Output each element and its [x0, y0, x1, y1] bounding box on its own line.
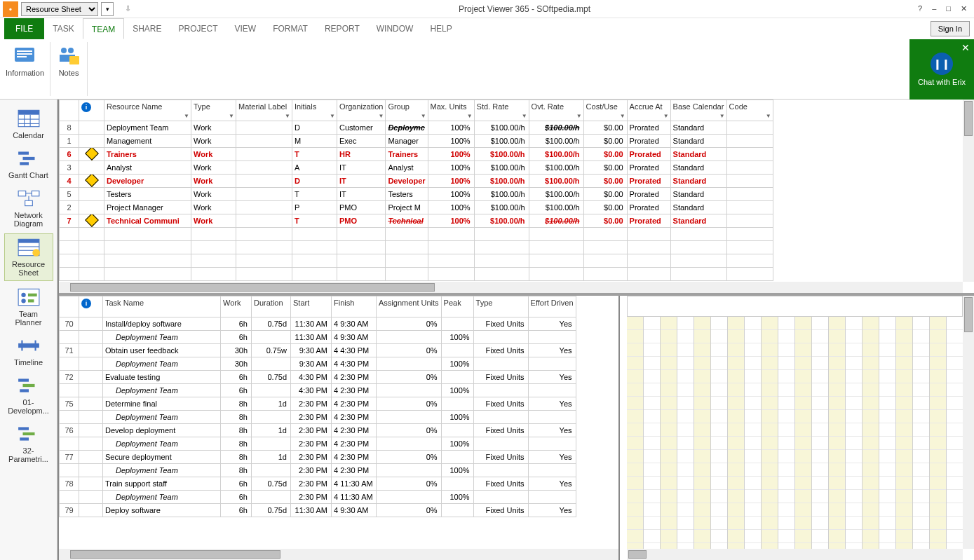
resource-icon	[16, 237, 41, 258]
col-header[interactable]: i	[79, 100, 104, 121]
task-row[interactable]: Deployment Team6h2:30 PM4 11:30 AM100%	[60, 491, 576, 504]
gantt-icon	[16, 148, 41, 169]
col-header[interactable]: Type▼	[191, 100, 236, 121]
customize-quickaccess[interactable]: ⇩	[125, 4, 131, 13]
ribbon-notes[interactable]: Notes	[50, 39, 87, 99]
col-header[interactable]: Work	[221, 296, 252, 317]
sidebar-item-param[interactable]: 32-Parametri...	[4, 421, 53, 466]
chat-close-icon[interactable]: ✕	[961, 42, 970, 53]
svg-rect-34	[34, 340, 36, 350]
col-header[interactable]: Duration	[252, 296, 291, 317]
resource-row[interactable]: 5TestersWorkTITTesters100%$100.00/h$100.…	[60, 188, 773, 201]
tab-view[interactable]: VIEW	[226, 18, 265, 39]
task-row[interactable]: 70Install/deploy software6h0.75d11:30 AM…	[60, 317, 576, 331]
col-header[interactable]: Start	[291, 296, 332, 317]
gantt-timescale[interactable]	[627, 296, 963, 317]
col-header[interactable]: Code▼	[726, 100, 773, 121]
warning-icon	[85, 175, 99, 187]
resource-grid[interactable]: iResource Name▼Type▼Material Label▼Initi…	[59, 100, 963, 282]
task-row[interactable]: 79Deploy software6h0.75d11:30 AM4 9:30 A…	[60, 504, 576, 517]
task-row[interactable]: Deployment Team6h11:30 AM4 9:30 AM100%	[60, 331, 576, 344]
col-header[interactable]: Base Calendar▼	[670, 100, 726, 121]
resource-row[interactable]: 8Deployment TeamWorkDCustomerDeployme100…	[60, 121, 773, 135]
minimize-button[interactable]: –	[932, 4, 936, 13]
quickaccess-dropdown[interactable]: ▾	[101, 2, 114, 16]
task-row[interactable]: Deployment Team8h2:30 PM4 2:30 PM100%	[60, 437, 576, 451]
sidebar-item-resource[interactable]: Resource Sheet	[4, 233, 53, 280]
task-row[interactable]: Deployment Team6h4:30 PM4 2:30 PM100%	[60, 384, 576, 397]
resource-row[interactable]: 2Project ManagerWorkPPMOProject M100%$10…	[60, 201, 773, 214]
help-button[interactable]: ?	[918, 4, 922, 13]
col-header[interactable]: Resource Name▼	[104, 100, 191, 121]
horizontal-scrollbar[interactable]	[59, 549, 618, 560]
ribbon-body: Information Notes ✕ ❙❙ Chat with Erix	[0, 39, 974, 100]
col-header[interactable]: Assignment Units	[377, 296, 442, 317]
signin-button[interactable]: Sign In	[931, 21, 970, 36]
horizontal-scrollbar[interactable]	[59, 282, 963, 293]
resource-row[interactable]: 7Technical CommuniWorkTPMOTechnical100%$…	[60, 214, 773, 228]
col-header[interactable]: Task Name	[103, 296, 221, 317]
task-row[interactable]: 71Obtain user feedback30h0.75w9:30 AM4 4…	[60, 344, 576, 357]
resource-row[interactable]: 6TrainersWorkTHRTrainers100%$100.00/h$10…	[60, 148, 773, 161]
vertical-scrollbar[interactable]	[963, 296, 974, 549]
sidebar-item-network[interactable]: Network Diagram	[4, 185, 53, 231]
tab-share[interactable]: SHARE	[124, 18, 170, 39]
task-row[interactable]: 78Train support staff6h0.75d2:30 PM4 11:…	[60, 477, 576, 491]
task-row[interactable]: Deployment Team30h9:30 AM4 4:30 PM100%	[60, 357, 576, 371]
col-header[interactable]: i	[79, 296, 103, 317]
sidebar-item-team[interactable]: Team Planner	[4, 284, 53, 329]
col-header[interactable]	[60, 296, 79, 317]
col-header[interactable]: Organization▼	[337, 100, 386, 121]
view-select[interactable]: Resource Sheet	[21, 2, 98, 16]
task-row[interactable]: 76Develop deployment8h1d2:30 PM4 2:30 PM…	[60, 424, 576, 437]
information-icon	[13, 42, 38, 67]
col-header[interactable]: Group▼	[386, 100, 428, 121]
col-header[interactable]: Type	[473, 296, 528, 317]
sidebar-item-gantt[interactable]: Gantt Chart	[4, 145, 53, 182]
tab-project[interactable]: PROJECT	[170, 18, 226, 39]
task-row[interactable]: 77Secure deployment8h1d2:30 PM4 2:30 PM0…	[60, 451, 576, 464]
col-header[interactable]: Finish	[332, 296, 377, 317]
svg-rect-23	[18, 240, 39, 243]
sidebar-item-label: Timeline	[14, 358, 43, 367]
col-header[interactable]: Effort Driven	[528, 296, 576, 317]
sidebar-item-dev[interactable]: 01-Developm...	[4, 372, 53, 418]
resource-row[interactable]: 3AnalystWorkAITAnalyst100%$100.00/h$100.…	[60, 161, 773, 175]
task-row[interactable]: 75Determine final8h1d2:30 PM4 2:30 PM0%F…	[60, 397, 576, 411]
view-sidebar: CalendarGantt ChartNetwork DiagramResour…	[0, 100, 58, 560]
task-row[interactable]: Deployment Team8h2:30 PM4 2:30 PM100%	[60, 411, 576, 424]
sidebar-item-timeline[interactable]: Timeline	[4, 332, 53, 369]
col-header[interactable]: Material Label▼	[236, 100, 292, 121]
ribbon-information-label: Information	[6, 69, 44, 77]
tab-file[interactable]: FILE	[4, 18, 44, 39]
col-header[interactable]: Initials▼	[292, 100, 337, 121]
col-header[interactable]: Peak	[441, 296, 473, 317]
tab-task[interactable]: TASK	[44, 18, 82, 39]
col-header[interactable]: Accrue At▼	[627, 100, 670, 121]
ribbon-information[interactable]: Information	[0, 39, 50, 99]
col-header[interactable]: Max. Units▼	[428, 100, 474, 121]
chat-panel[interactable]: ✕ ❙❙ Chat with Erix	[909, 39, 974, 100]
task-row[interactable]: Deployment Team8h2:30 PM4 2:30 PM100%	[60, 464, 576, 477]
tab-format[interactable]: FORMAT	[264, 18, 316, 39]
col-header[interactable]: Std. Rate▼	[474, 100, 529, 121]
close-button[interactable]: ✕	[961, 4, 967, 13]
task-grid[interactable]: iTask NameWorkDurationStartFinishAssignm…	[59, 296, 618, 549]
tab-help[interactable]: HELP	[421, 18, 460, 39]
tab-report[interactable]: REPORT	[316, 18, 368, 39]
resource-row[interactable]: 4DeveloperWorkDITDeveloper100%$100.00/h$…	[60, 175, 773, 188]
vertical-scrollbar[interactable]	[963, 100, 974, 282]
col-header[interactable]: Cost/Use▼	[583, 100, 627, 121]
task-row[interactable]: 72Evaluate testing6h0.75d4:30 PM4 2:30 P…	[60, 371, 576, 384]
tab-window[interactable]: WINDOW	[368, 18, 422, 39]
col-header[interactable]	[60, 100, 79, 121]
maximize-button[interactable]: □	[946, 4, 951, 13]
resource-row[interactable]: 1ManagementWorkMExecManager100%$100.00/h…	[60, 135, 773, 148]
col-header[interactable]: Ovt. Rate▼	[529, 100, 583, 121]
gantt-chart-area[interactable]	[627, 317, 963, 549]
svg-rect-38	[18, 427, 29, 430]
svg-rect-15	[22, 157, 34, 160]
horizontal-scrollbar[interactable]	[627, 549, 963, 560]
sidebar-item-calendar[interactable]: Calendar	[4, 105, 53, 142]
tab-team[interactable]: TEAM	[83, 18, 124, 39]
